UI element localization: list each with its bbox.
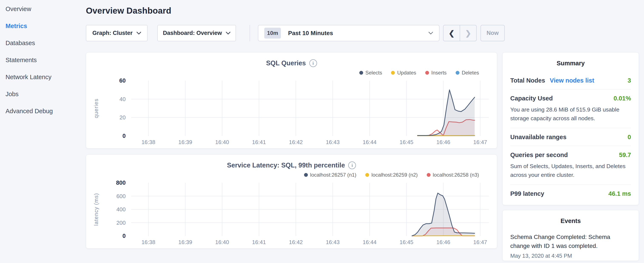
svg-text:40: 40 xyxy=(120,96,126,102)
dashboard-dropdown[interactable]: Dashboard: Overview xyxy=(157,25,236,41)
summary-row-value: 0 xyxy=(628,134,631,141)
svg-text:16:45: 16:45 xyxy=(400,239,413,245)
summary-row-value: 46.1 ms xyxy=(608,190,631,197)
app-root: OverviewMetricsDatabasesStatementsNetwor… xyxy=(0,0,644,263)
graph-dropdown[interactable]: Graph: Cluster xyxy=(86,25,148,41)
svg-text:20: 20 xyxy=(120,114,126,121)
legend-dot-icon xyxy=(456,71,460,75)
sidebar-item-databases[interactable]: Databases xyxy=(6,35,86,52)
chevron-down-icon xyxy=(136,32,141,35)
summary-row-description: Sum of Selects, Updates, Inserts, and De… xyxy=(510,162,631,179)
svg-text:0: 0 xyxy=(122,133,126,139)
service-latency-chart-card: Service Latency: SQL, 99th percentile i … xyxy=(86,154,497,248)
svg-text:16:40: 16:40 xyxy=(215,239,229,245)
time-step-prev-button[interactable]: ❮ xyxy=(444,25,460,41)
page-title: Overview Dashboard xyxy=(86,6,639,16)
summary-row-description: You are using 28.6 MiB of 515.9 GiB usab… xyxy=(510,105,631,123)
svg-text:16:44: 16:44 xyxy=(363,239,376,245)
svg-text:16:45: 16:45 xyxy=(400,139,413,145)
chart-legend: SelectsUpdatesInsertsDeletes xyxy=(89,68,494,77)
sidebar-item-jobs[interactable]: Jobs xyxy=(6,86,86,103)
legend-label: localhost:26258 (n3) xyxy=(433,172,479,178)
chart-plot[interactable]: 16:3816:3916:4016:4116:4216:4316:4416:45… xyxy=(89,179,494,248)
dashboard-content: SQL Queries i SelectsUpdatesInsertsDelet… xyxy=(86,52,639,261)
summary-row: Total NodesView nodes list3 xyxy=(510,72,631,89)
sidebar-item-metrics[interactable]: Metrics xyxy=(6,18,86,35)
now-button[interactable]: Now xyxy=(480,25,505,41)
event-item: Schema Change Completed: Schema change w… xyxy=(510,232,631,259)
legend-dot-icon xyxy=(425,71,429,75)
sidebar-item-statements[interactable]: Statements xyxy=(6,52,86,69)
legend-item[interactable]: localhost:26259 (n2) xyxy=(365,172,418,178)
summary-row-label: P99 latency xyxy=(510,190,544,197)
summary-heading: Summary xyxy=(510,60,631,67)
chart-title: Service Latency: SQL, 99th percentile xyxy=(227,161,345,169)
summary-row-value: 0.01% xyxy=(614,95,631,102)
legend-item[interactable]: localhost:26257 (n1) xyxy=(304,172,356,178)
svg-text:16:39: 16:39 xyxy=(178,239,192,245)
sidebar-item-overview[interactable]: Overview xyxy=(6,1,86,18)
summary-row-value: 3 xyxy=(628,77,631,84)
svg-text:queries: queries xyxy=(93,99,99,118)
time-step-buttons: ❮ ❯ xyxy=(443,25,477,41)
summary-row: P99 latency46.1 ms xyxy=(510,185,631,202)
svg-text:400: 400 xyxy=(116,206,126,212)
time-step-next-button[interactable]: ❯ xyxy=(460,25,476,41)
svg-text:16:47: 16:47 xyxy=(473,139,487,145)
summary-row: Capacity Used0.01%You are using 28.6 MiB… xyxy=(510,89,631,128)
svg-text:800: 800 xyxy=(116,180,126,186)
chart-plot[interactable]: 16:3816:3916:4016:4116:4216:4316:4416:45… xyxy=(89,77,494,148)
legend-label: Deletes xyxy=(462,70,479,76)
controls-row: Graph: Cluster Dashboard: Overview 10m P… xyxy=(86,25,639,41)
info-icon[interactable]: i xyxy=(348,161,356,169)
sidebar-item-advanced-debug[interactable]: Advanced Debug xyxy=(6,103,86,120)
time-window-label: Past 10 Minutes xyxy=(288,30,333,37)
legend-label: Inserts xyxy=(432,70,447,76)
legend-dot-icon xyxy=(391,71,395,75)
legend-label: localhost:26259 (n2) xyxy=(372,172,418,178)
svg-text:16:40: 16:40 xyxy=(215,139,229,145)
legend-item[interactable]: localhost:26258 (n3) xyxy=(427,172,479,178)
time-range-selector[interactable]: 10m Past 10 Minutes xyxy=(258,25,440,41)
time-window-badge: 10m xyxy=(264,28,281,39)
svg-text:16:46: 16:46 xyxy=(436,239,450,245)
summary-row: Unavailable ranges0 xyxy=(510,128,631,146)
legend-dot-icon xyxy=(365,173,369,177)
summary-rows: Total NodesView nodes list3Capacity Used… xyxy=(510,72,631,202)
svg-text:16:41: 16:41 xyxy=(252,139,266,145)
chart-title: SQL Queries xyxy=(266,59,306,67)
svg-text:latency (ms): latency (ms) xyxy=(93,193,99,226)
graph-dropdown-label: Graph: Cluster xyxy=(92,30,132,36)
legend-item[interactable]: Deletes xyxy=(456,70,479,76)
legend-label: localhost:26257 (n1) xyxy=(310,172,356,178)
info-icon[interactable]: i xyxy=(309,59,317,67)
view-nodes-list-link[interactable]: View nodes list xyxy=(550,77,594,84)
summary-row-label: Unavailable ranges xyxy=(510,134,566,141)
summary-row: Queries per second59.7Sum of Selects, Up… xyxy=(510,146,631,185)
svg-text:16:44: 16:44 xyxy=(363,139,376,145)
main-content: Overview Dashboard Graph: Cluster Dashbo… xyxy=(86,0,644,263)
dashboard-dropdown-label: Dashboard: Overview xyxy=(163,30,222,36)
events-panel: Events Schema Change Completed: Schema c… xyxy=(502,210,639,261)
chart-svg: 16:3816:3916:4016:4116:4216:4316:4416:45… xyxy=(89,179,495,247)
legend-item[interactable]: Updates xyxy=(391,70,416,76)
event-text: Schema Change Completed: Schema change w… xyxy=(510,232,631,250)
events-heading: Events xyxy=(510,217,631,224)
sidebar-item-network-latency[interactable]: Network Latency xyxy=(6,69,86,86)
legend-dot-icon xyxy=(427,173,430,177)
svg-text:16:41: 16:41 xyxy=(252,239,266,245)
chevron-down-icon xyxy=(428,32,433,35)
svg-text:0: 0 xyxy=(122,233,126,239)
events-list: Schema Change Completed: Schema change w… xyxy=(510,232,631,259)
summary-row-value: 59.7 xyxy=(619,151,631,158)
svg-text:16:46: 16:46 xyxy=(436,139,450,145)
svg-text:16:38: 16:38 xyxy=(142,239,155,245)
svg-text:600: 600 xyxy=(116,193,126,199)
legend-item[interactable]: Selects xyxy=(359,70,382,76)
svg-text:200: 200 xyxy=(116,220,126,226)
svg-text:16:47: 16:47 xyxy=(473,239,487,245)
legend-dot-icon xyxy=(304,173,308,177)
svg-text:16:39: 16:39 xyxy=(178,139,192,145)
svg-text:16:43: 16:43 xyxy=(326,139,340,145)
legend-item[interactable]: Inserts xyxy=(425,70,447,76)
